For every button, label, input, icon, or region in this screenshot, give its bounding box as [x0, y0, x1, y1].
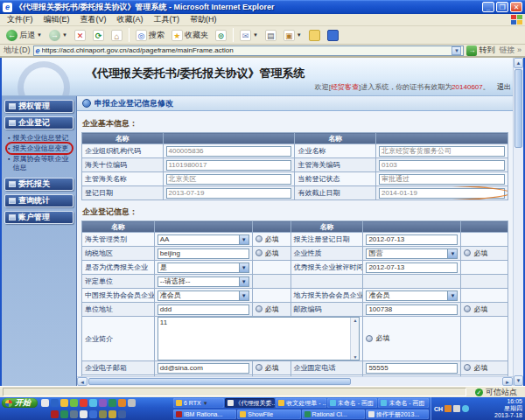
menu-item-0[interactable]: 文件(F): [2, 14, 38, 25]
quick-launch-icon[interactable]: [70, 410, 78, 418]
task-button[interactable]: 未命名 - 画图: [378, 398, 429, 408]
input-field[interactable]: 2012-07-13: [366, 262, 458, 273]
input-field[interactable]: 55555: [366, 363, 458, 374]
quick-launch-icon[interactable]: [70, 399, 78, 407]
task-button[interactable]: 收文处理单 - ...: [276, 398, 326, 408]
select-field[interactable]: AA▼: [158, 234, 249, 245]
print-button[interactable]: ▤: [262, 29, 279, 42]
select-field[interactable]: 是▼: [158, 262, 249, 273]
task-button[interactable]: 操作手册2013...: [366, 410, 429, 419]
vertical-scrollbar[interactable]: ▲ ▼: [513, 96, 523, 386]
task-button[interactable]: IBM Rationa...: [173, 410, 236, 419]
input-field[interactable]: dd@sina.com: [158, 363, 249, 374]
chevron-down-icon[interactable]: ▼: [239, 263, 248, 272]
scrollbar-thumb[interactable]: [514, 96, 522, 148]
menu-item-2[interactable]: 查看(V): [75, 14, 112, 25]
scrollbar-thumb[interactable]: [88, 378, 351, 385]
scroll-right-icon[interactable]: ►: [502, 377, 513, 386]
menu-item-1[interactable]: 编辑(E): [38, 14, 75, 25]
sidebar-subitem-1[interactable]: ▪报关企业信息变更: [6, 144, 74, 154]
readonly-field[interactable]: 北京关区: [166, 174, 292, 185]
tray-icon[interactable]: [453, 405, 460, 412]
folder-button[interactable]: [306, 29, 323, 42]
select-field[interactable]: 准会员▼: [366, 290, 458, 301]
readonly-field[interactable]: 北京经贸客货服务公司: [379, 146, 505, 157]
readonly-field[interactable]: 2014-01-19: [379, 188, 505, 199]
sidebar-item-3[interactable]: 查询统计: [4, 194, 74, 207]
quick-launch-icon[interactable]: [51, 399, 59, 407]
quick-launch-icon[interactable]: [108, 410, 116, 418]
input-field[interactable]: ddd: [158, 304, 249, 315]
forward-button[interactable]: → ▼: [46, 29, 70, 42]
menu-item-5[interactable]: 帮助(H): [185, 14, 222, 25]
favorites-button[interactable]: ★ 收藏夹: [169, 29, 211, 42]
select-field[interactable]: 国营▼: [366, 248, 458, 259]
home-button[interactable]: ⌂: [108, 29, 125, 42]
select-field[interactable]: 准会员▼: [158, 290, 249, 301]
readonly-field[interactable]: 2013-07-19: [166, 188, 292, 199]
quick-launch-icon[interactable]: [51, 410, 59, 418]
readonly-field[interactable]: 400005836: [166, 146, 292, 157]
readonly-field[interactable]: 0103: [379, 160, 505, 171]
quick-launch-icon[interactable]: [118, 410, 126, 418]
links-label[interactable]: 链接 »: [499, 45, 522, 56]
refresh-button[interactable]: ⟳: [90, 29, 107, 42]
quick-launch-icon[interactable]: [99, 399, 107, 407]
task-button[interactable]: 6 RTX▼: [173, 398, 224, 408]
task-button[interactable]: 未命名 - 画图: [327, 398, 378, 408]
go-button[interactable]: → 转到: [466, 45, 494, 56]
chevron-down-icon[interactable]: ▼: [447, 291, 457, 300]
address-dropdown-icon[interactable]: ▼: [452, 46, 461, 55]
task-button[interactable]: ShowFile: [237, 410, 300, 419]
input-field[interactable]: 100738: [366, 304, 458, 315]
quick-launch-icon[interactable]: [89, 410, 97, 418]
sidebar-item-4[interactable]: 账户管理: [4, 211, 74, 224]
select-field[interactable]: --请选择--▼: [158, 276, 249, 287]
address-input[interactable]: e https://acd.chinaport.gov.cn/acd/pagef…: [33, 46, 465, 56]
input-field[interactable]: 2012-07-13: [366, 234, 458, 245]
search-button[interactable]: ◎ 搜索: [133, 29, 167, 42]
quick-launch-icon[interactable]: [60, 399, 68, 407]
maximize-button[interactable]: ❐: [496, 2, 508, 12]
sidebar-item-2[interactable]: 委托报关: [4, 178, 74, 191]
chevron-down-icon[interactable]: ▼: [239, 235, 248, 244]
logout-link[interactable]: 退出: [497, 83, 511, 91]
mail-button[interactable]: ✉▼: [237, 29, 261, 42]
quick-launch-icon[interactable]: [118, 399, 126, 407]
back-button[interactable]: ← 后退 ▼: [4, 29, 45, 42]
edit-dropdown-icon[interactable]: ▼: [297, 32, 302, 38]
scroll-down-icon[interactable]: ▼: [514, 375, 523, 386]
tray-icon[interactable]: [444, 405, 452, 412]
quick-launch-icon[interactable]: [89, 399, 97, 407]
language-indicator[interactable]: CH: [434, 406, 443, 412]
sidebar-item-0[interactable]: 授权管理: [4, 100, 74, 113]
quick-launch-icon[interactable]: [99, 410, 107, 418]
input-field[interactable]: beijing: [158, 248, 249, 259]
scroll-left-icon[interactable]: ◄: [77, 377, 88, 386]
menu-item-4[interactable]: 工具(T): [149, 14, 186, 25]
back-dropdown-icon[interactable]: ▼: [37, 32, 42, 38]
history-button[interactable]: ⊙: [213, 29, 229, 42]
minimize-button[interactable]: _: [482, 2, 494, 12]
chevron-down-icon[interactable]: ▼: [447, 249, 457, 258]
chevron-down-icon[interactable]: ▼: [239, 277, 248, 286]
quick-launch-icon[interactable]: [80, 410, 88, 418]
readonly-field[interactable]: 审批通过: [379, 174, 505, 185]
quick-launch-icon[interactable]: [128, 399, 136, 407]
tray-icon[interactable]: [462, 405, 469, 412]
sidebar-item-1[interactable]: 企业登记: [4, 116, 74, 130]
sidebar-subitem-0[interactable]: ▪报关企业信息登记: [6, 133, 74, 144]
close-button[interactable]: ✕: [510, 2, 522, 12]
quick-launch-icon[interactable]: [60, 410, 68, 418]
textarea-field[interactable]: 11▲▼: [158, 317, 360, 360]
chevron-down-icon[interactable]: ▼: [239, 291, 248, 300]
quick-launch-icon[interactable]: [108, 399, 116, 407]
messenger-button[interactable]: [325, 29, 341, 42]
task-button[interactable]: 《代理报关委...: [225, 398, 276, 408]
task-button[interactable]: Rational Cl...: [302, 410, 365, 419]
textarea-scrollbar[interactable]: ▲▼: [350, 318, 359, 360]
task-dropdown-icon[interactable]: ▼: [203, 401, 208, 406]
menu-item-3[interactable]: 收藏(A): [112, 14, 149, 25]
sidebar-subitem-2[interactable]: ▪原属协会等联企业信息: [6, 154, 74, 173]
start-button[interactable]: 开始: [2, 398, 38, 408]
